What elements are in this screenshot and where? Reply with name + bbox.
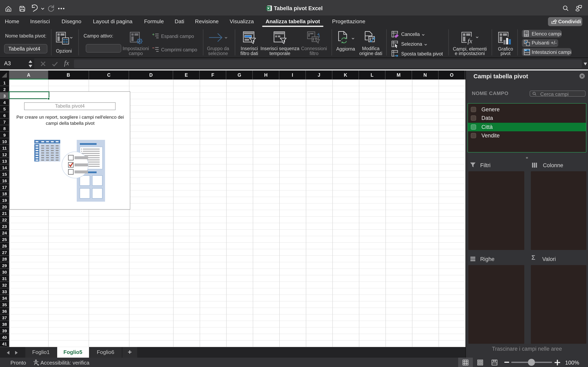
- svg-text:fx: fx: [467, 37, 472, 44]
